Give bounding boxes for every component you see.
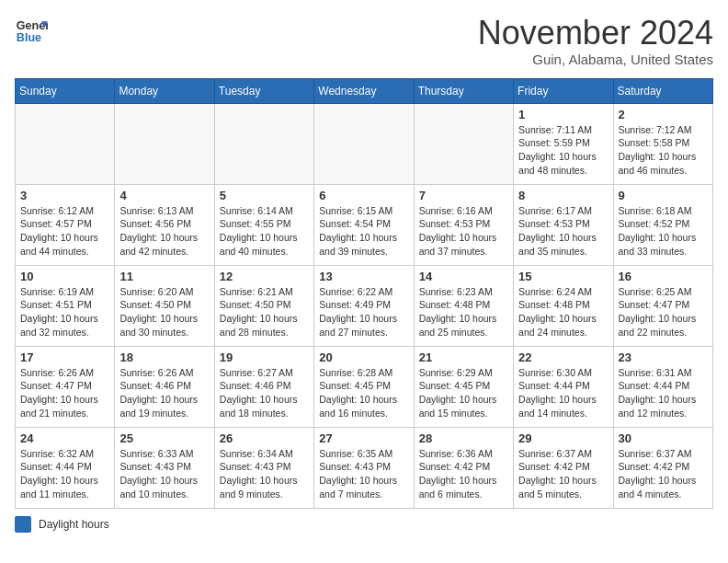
day-info: Sunrise: 6:35 AM Sunset: 4:43 PM Dayligh… — [319, 447, 408, 501]
day-info: Sunrise: 6:14 AM Sunset: 4:55 PM Dayligh… — [220, 204, 309, 259]
calendar-cell: 27Sunrise: 6:35 AM Sunset: 4:43 PM Dayli… — [314, 427, 414, 508]
weekday-header-saturday: Saturday — [613, 78, 712, 103]
calendar-cell: 21Sunrise: 6:29 AM Sunset: 4:45 PM Dayli… — [414, 346, 513, 427]
weekday-header-friday: Friday — [514, 78, 613, 103]
day-number: 12 — [220, 270, 309, 283]
calendar-cell: 17Sunrise: 6:26 AM Sunset: 4:47 PM Dayli… — [16, 346, 115, 427]
day-info: Sunrise: 6:24 AM Sunset: 4:48 PM Dayligh… — [518, 285, 608, 339]
day-number: 17 — [20, 350, 109, 364]
day-number: 14 — [419, 270, 508, 283]
weekday-header-wednesday: Wednesday — [314, 78, 414, 103]
calendar-cell — [414, 103, 513, 184]
calendar-cell: 26Sunrise: 6:34 AM Sunset: 4:43 PM Dayli… — [214, 427, 313, 508]
day-number: 11 — [119, 270, 209, 283]
day-info: Sunrise: 7:11 AM Sunset: 5:59 PM Dayligh… — [518, 123, 608, 178]
calendar-cell — [314, 103, 414, 184]
day-info: Sunrise: 6:34 AM Sunset: 4:43 PM Dayligh… — [220, 447, 309, 501]
day-number: 8 — [518, 189, 608, 202]
day-number: 13 — [319, 270, 408, 283]
calendar-cell: 13Sunrise: 6:22 AM Sunset: 4:49 PM Dayli… — [314, 265, 414, 346]
day-info: Sunrise: 6:31 AM Sunset: 4:44 PM Dayligh… — [619, 366, 708, 420]
calendar-cell: 3Sunrise: 6:12 AM Sunset: 4:57 PM Daylig… — [16, 184, 115, 265]
day-number: 20 — [319, 350, 408, 364]
weekday-header-row: SundayMondayTuesdayWednesdayThursdayFrid… — [16, 78, 713, 103]
calendar-cell: 29Sunrise: 6:37 AM Sunset: 4:42 PM Dayli… — [514, 427, 613, 508]
calendar-cell: 19Sunrise: 6:27 AM Sunset: 4:46 PM Dayli… — [214, 346, 313, 427]
day-info: Sunrise: 6:23 AM Sunset: 4:48 PM Dayligh… — [419, 285, 508, 339]
calendar-cell: 11Sunrise: 6:20 AM Sunset: 4:50 PM Dayli… — [115, 265, 214, 346]
calendar-cell: 7Sunrise: 6:16 AM Sunset: 4:53 PM Daylig… — [414, 184, 513, 265]
calendar-cell: 18Sunrise: 6:26 AM Sunset: 4:46 PM Dayli… — [115, 346, 214, 427]
calendar-week-1: 1Sunrise: 7:11 AM Sunset: 5:59 PM Daylig… — [16, 103, 713, 184]
calendar-cell: 24Sunrise: 6:32 AM Sunset: 4:44 PM Dayli… — [16, 427, 115, 508]
day-info: Sunrise: 6:18 AM Sunset: 4:52 PM Dayligh… — [619, 204, 708, 259]
month-title: November 2024 — [478, 15, 713, 52]
day-number: 26 — [220, 431, 309, 445]
calendar-cell — [115, 103, 214, 184]
calendar-cell: 4Sunrise: 6:13 AM Sunset: 4:56 PM Daylig… — [115, 184, 214, 265]
day-info: Sunrise: 6:26 AM Sunset: 4:47 PM Dayligh… — [20, 366, 109, 420]
day-info: Sunrise: 6:33 AM Sunset: 4:43 PM Dayligh… — [119, 447, 209, 501]
footer: Daylight hours — [15, 516, 713, 533]
day-number: 21 — [419, 350, 508, 364]
svg-text:Blue: Blue — [17, 31, 41, 44]
calendar-cell: 6Sunrise: 6:15 AM Sunset: 4:54 PM Daylig… — [314, 184, 414, 265]
location: Guin, Alabama, United States — [478, 52, 713, 67]
day-info: Sunrise: 6:19 AM Sunset: 4:51 PM Dayligh… — [20, 285, 109, 339]
day-info: Sunrise: 6:29 AM Sunset: 4:45 PM Dayligh… — [419, 366, 508, 420]
day-number: 25 — [119, 431, 209, 445]
day-number: 4 — [119, 189, 209, 202]
calendar-cell: 30Sunrise: 6:37 AM Sunset: 4:42 PM Dayli… — [613, 427, 712, 508]
day-number: 19 — [220, 350, 309, 364]
title-area: November 2024 Guin, Alabama, United Stat… — [478, 15, 713, 67]
calendar-week-5: 24Sunrise: 6:32 AM Sunset: 4:44 PM Dayli… — [16, 427, 713, 508]
calendar-week-3: 10Sunrise: 6:19 AM Sunset: 4:51 PM Dayli… — [16, 265, 713, 346]
calendar-cell — [214, 103, 313, 184]
day-info: Sunrise: 6:32 AM Sunset: 4:44 PM Dayligh… — [20, 447, 109, 501]
day-number: 30 — [619, 431, 708, 445]
day-info: Sunrise: 6:30 AM Sunset: 4:44 PM Dayligh… — [518, 366, 608, 420]
calendar-cell: 8Sunrise: 6:17 AM Sunset: 4:53 PM Daylig… — [514, 184, 613, 265]
day-info: Sunrise: 6:21 AM Sunset: 4:50 PM Dayligh… — [220, 285, 309, 339]
day-info: Sunrise: 6:28 AM Sunset: 4:45 PM Dayligh… — [319, 366, 408, 420]
day-info: Sunrise: 6:16 AM Sunset: 4:53 PM Dayligh… — [419, 204, 508, 259]
day-number: 22 — [518, 350, 608, 364]
day-info: Sunrise: 7:12 AM Sunset: 5:58 PM Dayligh… — [619, 123, 708, 178]
day-info: Sunrise: 6:37 AM Sunset: 4:42 PM Dayligh… — [518, 447, 608, 501]
calendar-cell — [16, 103, 115, 184]
weekday-header-monday: Monday — [115, 78, 214, 103]
day-number: 6 — [319, 189, 408, 202]
calendar-body: 1Sunrise: 7:11 AM Sunset: 5:59 PM Daylig… — [16, 103, 713, 508]
day-info: Sunrise: 6:36 AM Sunset: 4:42 PM Dayligh… — [419, 447, 508, 501]
day-info: Sunrise: 6:12 AM Sunset: 4:57 PM Dayligh… — [20, 204, 109, 259]
day-info: Sunrise: 6:27 AM Sunset: 4:46 PM Dayligh… — [220, 366, 309, 420]
calendar-cell: 1Sunrise: 7:11 AM Sunset: 5:59 PM Daylig… — [514, 103, 613, 184]
calendar-cell: 15Sunrise: 6:24 AM Sunset: 4:48 PM Dayli… — [514, 265, 613, 346]
logo: General Blue — [15, 15, 48, 48]
weekday-header-tuesday: Tuesday — [214, 78, 313, 103]
calendar-header: SundayMondayTuesdayWednesdayThursdayFrid… — [16, 78, 713, 103]
day-number: 10 — [20, 270, 109, 283]
day-info: Sunrise: 6:17 AM Sunset: 4:53 PM Dayligh… — [518, 204, 608, 259]
day-info: Sunrise: 6:15 AM Sunset: 4:54 PM Dayligh… — [319, 204, 408, 259]
legend-color-box — [15, 516, 31, 533]
day-number: 3 — [20, 189, 109, 202]
day-info: Sunrise: 6:22 AM Sunset: 4:49 PM Dayligh… — [319, 285, 408, 339]
logo-icon: General Blue — [15, 15, 48, 48]
calendar-cell: 28Sunrise: 6:36 AM Sunset: 4:42 PM Dayli… — [414, 427, 513, 508]
calendar-cell: 12Sunrise: 6:21 AM Sunset: 4:50 PM Dayli… — [214, 265, 313, 346]
calendar-cell: 2Sunrise: 7:12 AM Sunset: 5:58 PM Daylig… — [613, 103, 712, 184]
day-info: Sunrise: 6:26 AM Sunset: 4:46 PM Dayligh… — [119, 366, 209, 420]
day-info: Sunrise: 6:13 AM Sunset: 4:56 PM Dayligh… — [119, 204, 209, 259]
calendar-cell: 14Sunrise: 6:23 AM Sunset: 4:48 PM Dayli… — [414, 265, 513, 346]
day-number: 7 — [419, 189, 508, 202]
day-number: 5 — [220, 189, 309, 202]
day-number: 9 — [619, 189, 708, 202]
day-info: Sunrise: 6:25 AM Sunset: 4:47 PM Dayligh… — [619, 285, 708, 339]
day-number: 18 — [119, 350, 209, 364]
calendar-cell: 25Sunrise: 6:33 AM Sunset: 4:43 PM Dayli… — [115, 427, 214, 508]
header: General Blue November 2024 Guin, Alabama… — [15, 15, 713, 67]
calendar-cell: 20Sunrise: 6:28 AM Sunset: 4:45 PM Dayli… — [314, 346, 414, 427]
day-info: Sunrise: 6:20 AM Sunset: 4:50 PM Dayligh… — [119, 285, 209, 339]
calendar-cell: 9Sunrise: 6:18 AM Sunset: 4:52 PM Daylig… — [613, 184, 712, 265]
